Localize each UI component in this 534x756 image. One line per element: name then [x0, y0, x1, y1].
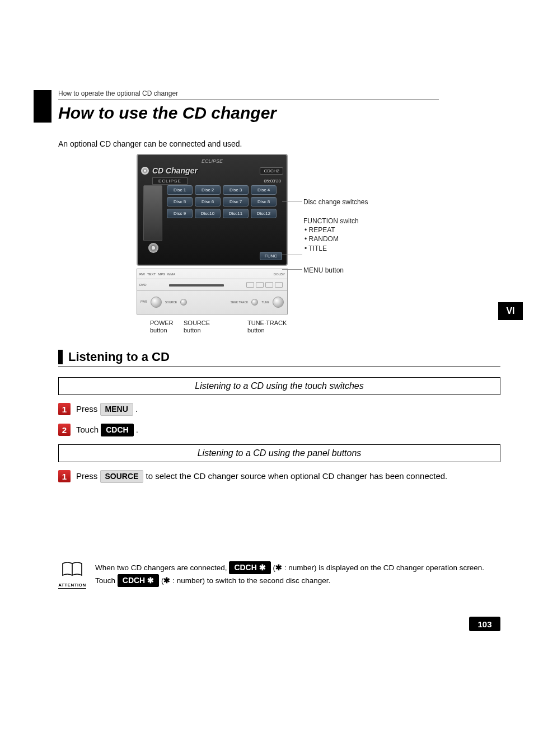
divider — [58, 367, 500, 367]
disc-switch[interactable]: Disc11 — [223, 209, 249, 218]
screen-title: CD Changer — [152, 166, 198, 175]
callout-text: MENU button — [303, 266, 344, 274]
section-tab: VI — [498, 302, 523, 320]
step-text: Press MENU . — [76, 403, 138, 416]
eclipse-badge: ECLIPSE — [152, 177, 188, 185]
cdch-badge: CDCH2 — [260, 167, 283, 175]
callout-text: FUNCTION switch — [303, 217, 359, 226]
step-number: 1 — [58, 403, 71, 415]
disc-switch[interactable]: Disc 3 — [223, 185, 249, 195]
seek-knob[interactable] — [251, 299, 258, 306]
callout-item: • RANDOM — [305, 234, 359, 243]
step-row: 1 Press SOURCE to select the CD changer … — [58, 470, 500, 483]
step-row: 1 Press MENU . — [58, 403, 500, 416]
subheading-panel: Listening to a CD using the panel button… — [58, 444, 500, 462]
screen-brand: ECLIPSE — [141, 158, 283, 164]
disc-switch[interactable]: Disc 2 — [195, 185, 221, 195]
header-row: How to operate the optional CD changer H… — [34, 90, 500, 123]
callout-item: • TITLE — [305, 244, 359, 253]
source-knob[interactable] — [180, 299, 187, 306]
step-text: Touch CDCH . — [76, 424, 138, 436]
cdch-star-chip: CDCH ✱ — [118, 574, 159, 587]
menu-button-chip: MENU — [100, 403, 133, 416]
attention-text: When two CD changers are connected, CDCH… — [95, 561, 500, 587]
step-number: 2 — [58, 424, 71, 436]
hardware-panel: RWTEXTMP3WMADOLBY DVD PWR SOURCE SEEK TR… — [137, 269, 288, 314]
func-switch[interactable]: FUNC — [260, 252, 282, 260]
star-icon: ✱ — [275, 562, 282, 574]
touchscreen: ECLIPSE CD Changer CDCH2 ECLIPSE 05:03'2… — [137, 154, 288, 266]
hw-button[interactable] — [256, 282, 264, 288]
callout-tune: TUNE·TRACK button — [247, 320, 287, 334]
page-number: 103 — [469, 617, 500, 631]
attention-box: ATTENTION When two CD changers are conne… — [58, 561, 500, 589]
intro-text: An optional CD changer can be connected … — [34, 139, 500, 148]
disc-switch[interactable]: Disc 6 — [195, 197, 221, 206]
disc-switch[interactable]: Disc 5 — [167, 197, 193, 206]
dvd-label: DVD — [139, 283, 147, 287]
disc-switch[interactable]: Disc 7 — [223, 197, 249, 206]
chapter-tab — [34, 90, 51, 123]
hw-button[interactable] — [275, 282, 283, 288]
tune-knob[interactable] — [273, 297, 284, 308]
breadcrumb: How to operate the optional CD changer — [58, 90, 439, 100]
callout-source: SOURCE button — [184, 320, 210, 334]
album-art — [143, 185, 162, 241]
step-row: 2 Touch CDCH . — [58, 424, 500, 436]
callout-menu: MENU button — [303, 266, 344, 275]
disc-switch[interactable]: Disc 9 — [167, 209, 193, 218]
disc-switch[interactable]: Disc10 — [195, 209, 221, 218]
disc-switch[interactable]: Disc 8 — [251, 197, 277, 206]
disc-switch-grid: Disc 1 Disc 2 Disc 3 Disc 4 Disc 5 Disc … — [167, 185, 277, 218]
power-knob[interactable] — [151, 297, 162, 308]
disc-switch[interactable]: Disc 4 — [251, 185, 277, 195]
attention-label: ATTENTION — [58, 583, 86, 589]
callout-power: POWER button — [150, 320, 174, 334]
page-title: How to use the CD changer — [58, 104, 439, 123]
disc-switch[interactable]: Disc12 — [251, 209, 277, 218]
title-block: How to operate the optional CD changer H… — [58, 90, 439, 123]
star-icon: ✱ — [163, 575, 170, 586]
book-icon — [61, 561, 83, 578]
cdch-star-chip: CDCH ✱ — [229, 561, 270, 574]
disc-icon — [141, 167, 149, 175]
disc-switch[interactable]: Disc 1 — [167, 185, 193, 195]
callout-text: Disc change switches — [303, 198, 368, 206]
time-readout: 05:03'20 — [262, 178, 283, 184]
source-button-chip: SOURCE — [100, 470, 144, 483]
hw-button[interactable] — [265, 282, 273, 288]
section-heading: Listening to a CD — [58, 350, 500, 364]
attention-icon: ATTENTION — [58, 561, 86, 589]
menu-hw-button[interactable] — [246, 282, 254, 288]
callout-item: • REPEAT — [305, 226, 359, 234]
manual-page: How to operate the optional CD changer H… — [0, 0, 534, 654]
callout-disc-change: Disc change switches — [303, 198, 368, 206]
device-diagram: ECLIPSE CD Changer CDCH2 ECLIPSE 05:03'2… — [58, 154, 500, 339]
step-text: Press SOURCE to select the CD changer so… — [76, 470, 447, 483]
subheading-touch: Listening to a CD using the touch switch… — [58, 377, 500, 395]
section: Listening to a CD Listening to a CD usin… — [34, 350, 500, 483]
cdch-button-chip: CDCH — [101, 424, 133, 436]
step-number: 1 — [58, 470, 71, 482]
callout-function: FUNCTION switch • REPEAT • RANDOM • TITL… — [303, 217, 359, 253]
